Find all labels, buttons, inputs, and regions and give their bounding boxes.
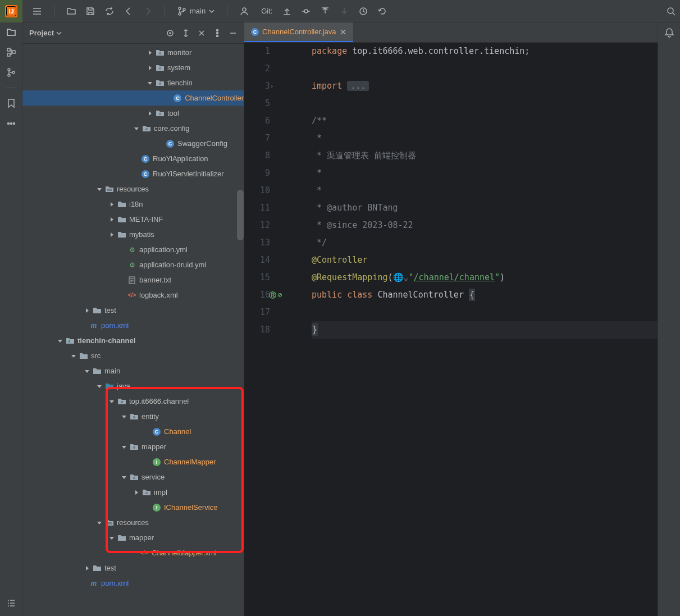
svg-point-14: [10, 123, 12, 125]
back-icon[interactable]: [124, 7, 133, 16]
tree-item-mapper[interactable]: mapper: [22, 530, 244, 545]
tree-item-ruoyiapplication[interactable]: CRuoYiApplication: [22, 151, 244, 166]
select-opened-icon[interactable]: [166, 29, 174, 37]
tree-item-tienchin[interactable]: tienchin: [22, 75, 244, 90]
svg-rect-28: [69, 340, 70, 343]
tree-item-main[interactable]: main: [22, 363, 244, 378]
close-tab-icon[interactable]: [340, 29, 346, 35]
tab-label: ChannelController.java: [262, 28, 336, 36]
vcs-tool-icon[interactable]: [6, 67, 16, 77]
tree-item-system[interactable]: system: [22, 60, 244, 75]
tree-item-service[interactable]: service: [22, 469, 244, 485]
git-commit-icon[interactable]: [302, 7, 311, 16]
code-editor[interactable]: 123›5678910111213141516Ⓡ⊘1718 package to…: [244, 43, 658, 616]
git-branch-selector[interactable]: main: [177, 7, 215, 16]
tree-item-test[interactable]: test: [22, 560, 244, 576]
tree-item-top-it6666-channel[interactable]: top.it6666.channel: [22, 394, 244, 409]
tree-item-monitor[interactable]: monitor: [22, 45, 244, 60]
svg-point-18: [217, 29, 218, 31]
svg-point-30: [133, 416, 135, 418]
svg-point-23: [159, 83, 161, 85]
save-icon[interactable]: [86, 7, 95, 16]
tree-item-channel[interactable]: CChannel: [22, 424, 244, 439]
svg-point-0: [179, 7, 181, 10]
svg-point-1: [179, 13, 181, 15]
tree-item-tool[interactable]: tool: [22, 106, 244, 121]
tree-item-pom-xml[interactable]: mpom.xml: [22, 318, 244, 333]
intellij-logo[interactable]: IJ: [5, 5, 17, 17]
more-tool-icon[interactable]: [6, 118, 16, 129]
code-content[interactable]: package top.it6666.web.controller.tiench…: [278, 43, 658, 616]
expand-all-icon[interactable]: [182, 29, 190, 37]
tree-item-mybatis[interactable]: mybatis: [22, 227, 244, 242]
notifications-icon[interactable]: [664, 28, 674, 38]
project-tool-icon[interactable]: [6, 27, 16, 37]
sync-icon[interactable]: [105, 7, 114, 16]
tree-item-channelcontroller[interactable]: CChannelController: [22, 90, 244, 106]
tree-item-mapper[interactable]: mapper: [22, 439, 244, 454]
editor-area: C ChannelController.java 123›56789101112…: [244, 22, 658, 616]
git-history-icon[interactable]: [359, 7, 368, 16]
tree-item-application-druid-yml[interactable]: ⚙application-druid.yml: [22, 257, 244, 272]
forward-icon[interactable]: [143, 7, 152, 16]
hide-icon[interactable]: [229, 29, 237, 37]
tree-item-i18n[interactable]: i18n: [22, 197, 244, 212]
separator: [227, 6, 227, 17]
tree-item-impl[interactable]: impl: [22, 485, 244, 500]
project-sidebar: Project monitorsystemtienchinCChannelCon…: [22, 22, 244, 616]
open-folder-icon[interactable]: [67, 7, 76, 16]
toc-tool-icon[interactable]: [6, 598, 16, 608]
git-pull-icon[interactable]: [282, 7, 291, 16]
svg-rect-34: [107, 522, 112, 524]
git-fetch-icon[interactable]: [340, 7, 349, 16]
right-tool-rail: [658, 22, 680, 616]
tree-item-resources[interactable]: resources: [22, 515, 244, 530]
git-push-icon[interactable]: [321, 7, 330, 16]
svg-point-12: [12, 71, 15, 74]
svg-point-11: [8, 74, 10, 76]
class-file-icon: C: [251, 28, 259, 36]
search-icon[interactable]: [667, 7, 676, 16]
git-user-icon[interactable]: [240, 7, 249, 16]
tree-item-swaggerconfig[interactable]: CSwaggerConfig: [22, 136, 244, 151]
tree-item-core-config[interactable]: core.config: [22, 121, 244, 136]
svg-point-24: [159, 113, 161, 115]
tree-item-channelmapper[interactable]: IChannelMapper: [22, 454, 244, 469]
tree-item-entity[interactable]: entity: [22, 409, 244, 424]
svg-point-6: [668, 8, 673, 13]
git-rollback-icon[interactable]: [378, 7, 387, 16]
tree-item-ruoyiservletinitializer[interactable]: CRuoYiServletInitializer: [22, 166, 244, 181]
line-gutter: 123›5678910111213141516Ⓡ⊘1718: [244, 43, 278, 616]
scrollbar-thumb[interactable]: [237, 190, 244, 240]
app-logo-area: IJ: [0, 0, 22, 22]
tree-item-resources[interactable]: resources: [22, 181, 244, 197]
svg-point-25: [145, 128, 148, 130]
svg-point-29: [121, 401, 123, 403]
options-icon[interactable]: [213, 29, 221, 37]
rail-separator: [6, 88, 17, 88]
tree-item-ichannelservice[interactable]: IIChannelService: [22, 500, 244, 515]
tab-channelcontroller[interactable]: C ChannelController.java: [244, 22, 353, 42]
tree-item-pom-xml[interactable]: mpom.xml: [22, 576, 244, 591]
main-toolbar: IJ main Git:: [0, 0, 680, 22]
svg-point-20: [217, 35, 218, 36]
tree-item-logback-xml[interactable]: </>logback.xml: [22, 288, 244, 303]
svg-point-15: [13, 123, 15, 125]
svg-point-32: [133, 477, 135, 479]
sidebar-title[interactable]: Project: [29, 29, 62, 37]
tree-item-channelmapper-xml[interactable]: </>ChannelMapper.xml: [22, 545, 244, 560]
left-tool-rail: [0, 22, 22, 616]
tree-item-src[interactable]: src: [22, 348, 244, 363]
tree-item-application-yml[interactable]: ⚙application.yml: [22, 242, 244, 257]
collapse-all-icon[interactable]: [198, 29, 206, 37]
tree-item-tienchin-channel[interactable]: tienchin-channel: [22, 333, 244, 348]
tree-item-java[interactable]: java: [22, 378, 244, 394]
structure-tool-icon[interactable]: [6, 47, 16, 57]
tree-item-test[interactable]: test: [22, 303, 244, 318]
svg-point-19: [217, 32, 218, 34]
project-tree[interactable]: monitorsystemtienchinCChannelControllert…: [22, 44, 244, 616]
bookmarks-tool-icon[interactable]: [6, 98, 16, 108]
tree-item-meta-inf[interactable]: META-INF: [22, 212, 244, 227]
menu-icon[interactable]: [33, 7, 42, 16]
tree-item-banner-txt[interactable]: banner.txt: [22, 272, 244, 288]
